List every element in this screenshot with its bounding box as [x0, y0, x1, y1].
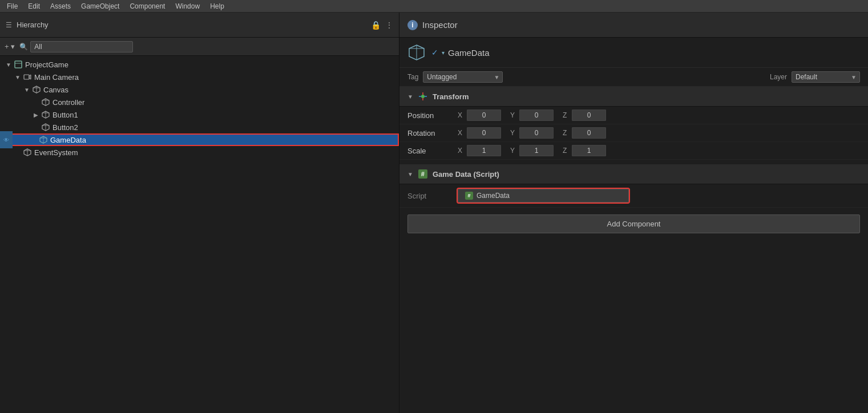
- tag-layer-row: Tag Untagged Respawn Finish EditorOnly M…: [399, 68, 868, 87]
- menu-bar: File Edit Assets GameObject Component Wi…: [0, 0, 868, 13]
- tree-label-canvas: Canvas: [43, 86, 68, 94]
- script-hash-icon-badge: #: [418, 169, 427, 179]
- tag-label: Tag: [407, 73, 418, 81]
- rotation-x-input[interactable]: [467, 127, 501, 139]
- position-z-input[interactable]: [572, 110, 606, 121]
- gameobject-checkbox[interactable]: ✓: [431, 48, 438, 57]
- menu-gameobject[interactable]: GameObject: [76, 0, 124, 13]
- position-y-group: Y: [510, 110, 554, 121]
- position-z-axis: Z: [563, 111, 570, 119]
- menu-component[interactable]: Component: [125, 0, 169, 13]
- scale-y-group: Y: [510, 145, 554, 156]
- inspector-title: Inspector: [422, 20, 458, 30]
- scale-fields: X Y Z: [458, 145, 860, 156]
- gameobject-name-label: GameData: [448, 48, 490, 58]
- script-section-header: ▼ # Game Data (Script): [399, 164, 868, 184]
- svg-point-25: [421, 95, 425, 98]
- position-label: Position: [407, 111, 453, 120]
- tree-arrow-button1: ▶: [32, 111, 40, 119]
- tree-item-canvas[interactable]: ▼ Canvas: [0, 83, 399, 96]
- tree-item-controller[interactable]: Controller: [0, 96, 399, 108]
- transform-title: Transform: [433, 92, 469, 101]
- add-component-button[interactable]: Add Component: [407, 214, 860, 233]
- transform-position-row: Position X Y Z: [399, 107, 868, 124]
- menu-help[interactable]: Help: [205, 0, 229, 13]
- position-y-input[interactable]: [519, 110, 554, 121]
- rotation-z-input[interactable]: [572, 127, 606, 139]
- tree-label-eventsystem: EventSystem: [34, 148, 78, 157]
- rotation-z-group: Z: [563, 127, 606, 139]
- scale-label: Scale: [407, 147, 453, 155]
- tree-item-button2[interactable]: Button2: [0, 121, 399, 133]
- scale-z-group: Z: [563, 145, 606, 156]
- gameobject-name-section: ✓ ▾ GameData: [431, 48, 490, 58]
- hierarchy-more-icon[interactable]: ⋮: [385, 21, 393, 30]
- gameobject-dropdown-arrow-section: ✓ ▾: [431, 48, 445, 57]
- scale-y-axis: Y: [510, 147, 517, 155]
- rotation-x-group: X: [458, 127, 501, 139]
- rotation-fields: X Y Z: [458, 127, 860, 139]
- script-section-title: Game Data (Script): [433, 170, 499, 179]
- scale-x-input[interactable]: [467, 145, 501, 156]
- tree-item-maincamera[interactable]: ▼ Main Camera: [0, 71, 399, 83]
- gameobject-name-row: ✓ ▾ GameData: [431, 48, 490, 58]
- tag-dropdown-wrapper: Untagged Respawn Finish EditorOnly MainC…: [423, 71, 503, 83]
- tree-label-gamedata: GameData: [50, 136, 86, 144]
- gameobject-cube-icon: [407, 43, 426, 62]
- script-row: Script # GameData: [399, 184, 868, 208]
- position-fields: X Y Z: [458, 110, 860, 121]
- tree-item-projectgame[interactable]: ▼ ProjectGame: [0, 58, 399, 71]
- scale-y-input[interactable]: [519, 145, 554, 156]
- gameobject-dropdown-arrow[interactable]: ▾: [442, 50, 445, 56]
- hierarchy-panel: ☰ Hierarchy 🔒 ⋮ + ▾ 🔍 ▼: [0, 13, 399, 413]
- transform-collapse-arrow[interactable]: ▼: [407, 94, 413, 100]
- tree-label-maincamera: Main Camera: [34, 73, 79, 82]
- tree-label-controller: Controller: [53, 98, 84, 107]
- cube-icon-button2: [41, 123, 50, 132]
- transform-icon: [418, 91, 428, 102]
- script-ref-field[interactable]: # GameData: [458, 189, 629, 203]
- hierarchy-tree: ▼ ProjectGame ▼ Main C: [0, 56, 399, 413]
- rotation-label: Rotation: [407, 129, 453, 137]
- tree-item-eventsystem[interactable]: EventSystem: [0, 146, 399, 159]
- hierarchy-title: Hierarchy: [17, 21, 49, 29]
- inspector-panel: i Inspector ✓ ▾: [399, 13, 868, 413]
- transform-scale-row: Scale X Y Z: [399, 142, 868, 160]
- svg-rect-0: [15, 61, 22, 68]
- camera-icon: [23, 72, 32, 82]
- layer-dropdown[interactable]: Default TransparentFX Ignore Raycast Wat…: [792, 71, 860, 83]
- cube-icon-canvas: [32, 85, 41, 94]
- script-collapse-arrow[interactable]: ▼: [407, 171, 413, 177]
- layer-label: Layer: [770, 73, 787, 81]
- scale-x-group: X: [458, 145, 501, 156]
- eye-visibility-indicator: 👁: [0, 131, 13, 148]
- menu-window[interactable]: Window: [171, 0, 204, 13]
- tree-arrow-canvas: ▼: [23, 86, 31, 94]
- script-field-label: Script: [407, 192, 453, 200]
- position-z-group: Z: [563, 110, 606, 121]
- tag-dropdown[interactable]: Untagged Respawn Finish EditorOnly MainC…: [423, 71, 503, 83]
- search-icon: 🔍: [19, 43, 28, 51]
- add-button[interactable]: + ▾: [5, 42, 15, 51]
- inspector-content: ✓ ▾ GameData Tag Untagged Respawn Finish…: [399, 38, 868, 413]
- scale-z-input[interactable]: [572, 145, 606, 156]
- hierarchy-header: ☰ Hierarchy 🔒 ⋮: [0, 13, 399, 38]
- cube-icon-button1: [41, 110, 50, 119]
- hierarchy-header-icons: 🔒 ⋮: [371, 21, 393, 30]
- rotation-y-input[interactable]: [519, 127, 554, 139]
- rotation-z-axis: Z: [563, 129, 570, 137]
- hierarchy-lock-icon[interactable]: 🔒: [371, 21, 381, 30]
- inspector-info-icon: i: [407, 20, 418, 30]
- hierarchy-search-input[interactable]: [30, 41, 133, 52]
- position-x-input[interactable]: [467, 110, 501, 121]
- menu-file[interactable]: File: [2, 0, 22, 13]
- script-hash-icon: #: [465, 192, 473, 200]
- menu-assets[interactable]: Assets: [46, 0, 75, 13]
- cube-icon-controller: [41, 98, 50, 107]
- position-x-axis: X: [458, 111, 465, 119]
- position-x-group: X: [458, 110, 501, 121]
- hierarchy-menu-icon: ☰: [6, 21, 12, 29]
- tree-item-button1[interactable]: ▶ Button1: [0, 108, 399, 121]
- tree-item-gamedata[interactable]: GameData: [0, 133, 399, 146]
- menu-edit[interactable]: Edit: [23, 0, 45, 13]
